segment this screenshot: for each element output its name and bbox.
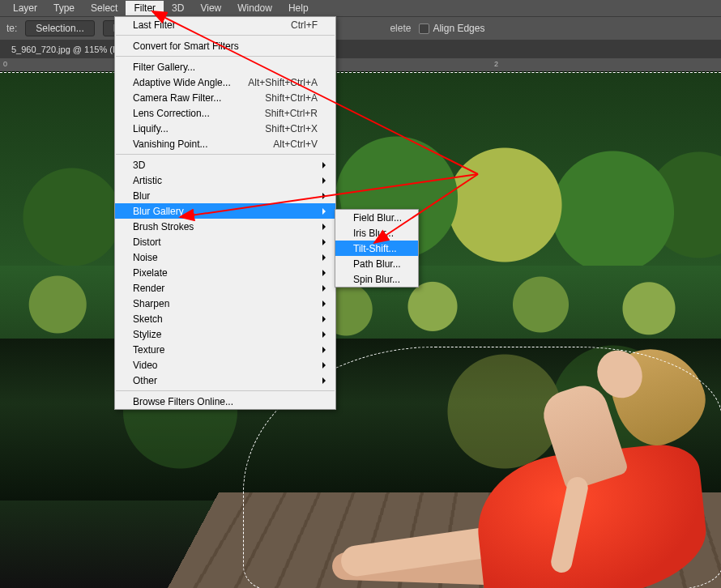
menuitem-field-blur[interactable]: Field Blur...	[335, 210, 418, 225]
menu-view[interactable]: View	[192, 1, 229, 15]
menuitem-artistic[interactable]: Artistic	[115, 173, 335, 188]
menuitem-blur-gallery[interactable]: Blur Gallery	[115, 203, 335, 219]
menuitem-tilt-shift[interactable]: Tilt-Shift...	[335, 241, 418, 256]
menuitem-pixelate[interactable]: Pixelate	[115, 265, 335, 280]
menuitem-adaptive-wide-angle[interactable]: Adaptive Wide Angle...Alt+Shift+Ctrl+A	[115, 75, 335, 90]
options-label-te: te:	[6, 23, 17, 34]
menuitem-last-filter[interactable]: Last FilterCtrl+F	[115, 17, 335, 32]
menuitem-distort[interactable]: Distort	[115, 234, 335, 249]
selection-marquee	[0, 71, 721, 73]
menu-type[interactable]: Type	[45, 1, 83, 15]
menuitem-sketch[interactable]: Sketch	[115, 311, 335, 326]
menuitem-video[interactable]: Video	[115, 357, 335, 373]
canvas[interactable]	[0, 71, 721, 588]
menuitem-filter-gallery[interactable]: Filter Gallery...	[115, 59, 335, 75]
selection-button[interactable]: Selection...	[25, 20, 94, 36]
menuitem-vanishing-point[interactable]: Vanishing Point...Alt+Ctrl+V	[115, 136, 335, 151]
menuitem-sharpen[interactable]: Sharpen	[115, 296, 335, 311]
menuitem-liquify[interactable]: Liquify...Shift+Ctrl+X	[115, 121, 335, 136]
menu-filter[interactable]: Filter	[126, 1, 164, 15]
menuitem-other[interactable]: Other	[115, 373, 335, 388]
canvas-area: 0 2	[0, 58, 721, 588]
filter-dropdown-menu: Last FilterCtrl+F Convert for Smart Filt…	[114, 16, 336, 410]
menu-window[interactable]: Window	[229, 1, 280, 15]
menuitem-iris-blur[interactable]: Iris Blur...	[335, 225, 418, 241]
align-edges-checkbox[interactable]: Align Edges	[419, 23, 484, 34]
menu-layer[interactable]: Layer	[5, 1, 45, 15]
menu-3d[interactable]: 3D	[164, 1, 192, 15]
menuitem-lens-correction[interactable]: Lens Correction...Shift+Ctrl+R	[115, 105, 335, 121]
ruler-tick: 0	[3, 60, 7, 68]
menuitem-convert-smart-filters[interactable]: Convert for Smart Filters	[115, 38, 335, 53]
menuitem-stylize[interactable]: Stylize	[115, 326, 335, 342]
options-label-elete: elete	[390, 23, 411, 34]
horizontal-ruler: 0 2	[0, 58, 721, 72]
align-edges-label: Align Edges	[433, 23, 484, 34]
menuitem-browse-filters-online[interactable]: Browse Filters Online...	[115, 394, 335, 409]
menu-bar: Layer Type Select Filter 3D View Window …	[0, 0, 721, 17]
ruler-tick: 2	[494, 60, 498, 68]
menuitem-brush-strokes[interactable]: Brush Strokes	[115, 219, 335, 234]
menu-help[interactable]: Help	[280, 1, 317, 15]
menuitem-path-blur[interactable]: Path Blur...	[335, 256, 418, 271]
document-tab-bar: 5_960_720.jpg @ 115% (La	[0, 40, 721, 59]
document-tab[interactable]: 5_960_720.jpg @ 115% (La	[3, 42, 130, 57]
menuitem-3d[interactable]: 3D	[115, 157, 335, 173]
menuitem-noise[interactable]: Noise	[115, 249, 335, 265]
options-bar: te: Selection... Mask elete Align Edges	[0, 17, 721, 40]
menuitem-spin-blur[interactable]: Spin Blur...	[335, 271, 418, 287]
blur-gallery-submenu: Field Blur... Iris Blur... Tilt-Shift...…	[335, 209, 419, 288]
menu-select[interactable]: Select	[83, 1, 126, 15]
menuitem-render[interactable]: Render	[115, 280, 335, 296]
menuitem-texture[interactable]: Texture	[115, 342, 335, 357]
menuitem-camera-raw-filter[interactable]: Camera Raw Filter...Shift+Ctrl+A	[115, 90, 335, 105]
menuitem-blur[interactable]: Blur	[115, 188, 335, 203]
